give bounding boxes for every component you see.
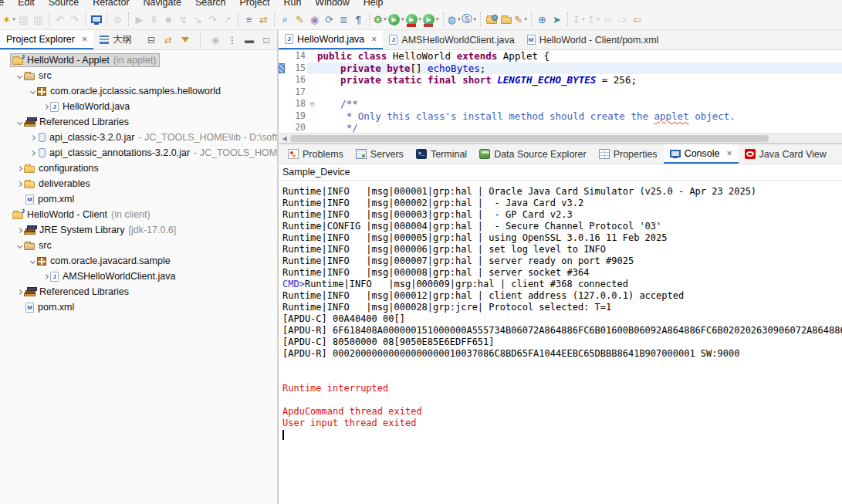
dropdown-arrow-icon[interactable]: ▾: [384, 16, 387, 22]
web-browser-icon[interactable]: ⊕: [536, 11, 549, 28]
scroll-thumb[interactable]: [290, 135, 769, 142]
editor-tab-helloworld-client-pom-xml[interactable]: MHelloWorld - Client/pom.xml: [521, 30, 665, 49]
console-tab-console[interactable]: Console×: [664, 144, 739, 164]
tab-outline[interactable]: 大纲: [93, 30, 138, 49]
tree-item-api-classic-annotations-3-2-0-jar[interactable]: api_classic_annotations-3.2.0.jar - JC_T…: [0, 145, 277, 161]
dropdown-arrow-icon[interactable]: ▾: [12, 16, 15, 22]
format-brush-icon[interactable]: ✎: [293, 11, 306, 28]
show-whitespace-icon[interactable]: ¶: [352, 11, 365, 28]
console-tab-java-card-view[interactable]: Java Card View: [739, 144, 833, 164]
annotation-ruler[interactable]: [279, 122, 287, 133]
console-output[interactable]: Runtime|INFO |msg|000001|grp:hal | Oracl…: [279, 181, 842, 504]
search-icon[interactable]: ⌕: [279, 11, 292, 28]
tree-item-com-oracle-jcclassic-samples-helloworld[interactable]: com.oracle.jcclassic.samples.helloworld: [0, 83, 277, 99]
dropdown-arrow-icon[interactable]: ▾: [474, 16, 477, 22]
close-icon[interactable]: ×: [82, 34, 87, 45]
dropdown-arrow-icon[interactable]: ▾: [582, 16, 585, 22]
tab-project-explorer[interactable]: Project Explorer ×: [0, 30, 93, 49]
editor-tab-amshelloworldclient-java[interactable]: JAMSHelloWorldClient.java: [383, 30, 520, 49]
view-menu-icon[interactable]: ⋮: [227, 35, 238, 46]
annotation-ruler[interactable]: [279, 50, 287, 63]
tree-item-com-oracle-javacard-sample[interactable]: com.oracle.javacard.sample: [0, 253, 277, 269]
dropdown-arrow-icon[interactable]: ▾: [436, 16, 439, 22]
coverage-icon[interactable]: ▶▾: [406, 11, 422, 28]
dropdown-arrow-icon[interactable]: ▾: [458, 16, 461, 22]
dropdown-arrow-icon[interactable]: ▾: [524, 16, 527, 22]
web-service-icon[interactable]: Ⓢ▾: [462, 11, 477, 28]
disconnect-icon[interactable]: ↯: [177, 11, 190, 28]
last-edit-location-icon[interactable]: ⇦: [631, 11, 644, 28]
suspend-icon[interactable]: Ⅱ: [147, 11, 161, 28]
tree-item-helloworld-java[interactable]: JHelloWorld.java: [0, 99, 277, 114]
step-into-icon[interactable]: ↘: [191, 11, 205, 28]
new-wizard-icon[interactable]: ✶▾: [2, 11, 15, 28]
debug-icon[interactable]: ❂▾: [374, 11, 387, 28]
terminate-icon[interactable]: ■: [162, 11, 175, 28]
tree-item-referenced-libraries[interactable]: Referenced Libraries: [0, 284, 277, 299]
pen-icon[interactable]: ✎▾: [514, 11, 527, 28]
profile-icon[interactable]: ▶▾: [423, 11, 439, 28]
tree-item-configurations[interactable]: configurations: [0, 161, 277, 176]
focus-icon[interactable]: ◉: [210, 35, 221, 46]
mark-occurrences-icon[interactable]: ≡: [242, 11, 255, 28]
doc-list-icon[interactable]: ≣: [337, 11, 350, 28]
next-annotation-icon[interactable]: ↧▾: [572, 11, 585, 28]
previous-annotation-icon[interactable]: ↥▾: [587, 11, 600, 28]
tree-item-src[interactable]: src: [0, 68, 277, 83]
annotation-ruler[interactable]: [279, 74, 287, 86]
menu-file[interactable]: File: [0, 0, 11, 9]
open-folder-icon[interactable]: [499, 11, 512, 28]
annotation-ruler[interactable]: [279, 86, 287, 99]
dropdown-arrow-icon[interactable]: ▾: [401, 16, 404, 22]
console-tab-data-source-explorer[interactable]: Data Source Explorer: [473, 144, 593, 164]
step-over-icon[interactable]: ↷: [206, 11, 219, 28]
dropdown-arrow-icon[interactable]: ▾: [419, 16, 422, 22]
console-tab-servers[interactable]: Servers: [350, 144, 410, 164]
fold-collapse-icon[interactable]: ⊖: [307, 98, 317, 110]
back-icon[interactable]: ⇦: [601, 11, 614, 28]
skip-all-breakpoints-icon[interactable]: ⊘: [111, 11, 124, 28]
filter-icon[interactable]: [180, 37, 191, 42]
code-editor[interactable]: 14public class HelloWorld extends Applet…: [279, 50, 842, 133]
tree-item-helloworld-applet[interactable]: HelloWorld - Applet (in applet): [0, 52, 277, 68]
run-icon[interactable]: ▶▾: [388, 11, 404, 28]
link-with-editor-icon[interactable]: ⇄: [163, 35, 174, 46]
menu-window[interactable]: Window: [308, 0, 356, 9]
minimize-icon[interactable]: ▬: [244, 35, 255, 46]
tree-item-deliverables[interactable]: deliverables: [0, 176, 277, 191]
annotation-ruler[interactable]: [279, 110, 287, 123]
resume-icon[interactable]: ▶: [133, 11, 146, 28]
run-on-server-icon[interactable]: ➤: [550, 11, 563, 28]
sync-views-icon[interactable]: ⇄: [257, 11, 270, 28]
tree-item-pom-xml[interactable]: Mpom.xml: [0, 299, 277, 315]
new-web-service-icon[interactable]: ◍▾: [448, 11, 461, 28]
console-tab-problems[interactable]: Problems: [282, 144, 350, 164]
tree-item-amshelloworldclient-java[interactable]: JAMSHelloWorldClient.java: [0, 269, 277, 284]
menu-help[interactable]: Help: [357, 0, 391, 9]
spheres-icon[interactable]: ◉: [308, 11, 321, 28]
menu-run[interactable]: Run: [276, 0, 308, 9]
tree-item-jre-system-library[interactable]: JRE System Library [jdk-17.0.6]: [0, 222, 277, 238]
collapse-all-icon[interactable]: ⊟: [146, 35, 157, 46]
console-tab-properties[interactable]: Properties: [593, 144, 664, 164]
close-icon[interactable]: ×: [371, 34, 377, 45]
redo-icon[interactable]: ↷: [68, 11, 81, 28]
import-resource-folder-icon[interactable]: [485, 11, 498, 28]
tree-item-api-classic-3-2-0-jar[interactable]: api_classic-3.2.0.jar - JC_TOOLS_HOME\li…: [0, 130, 277, 145]
menu-search[interactable]: Search: [188, 0, 233, 9]
close-icon[interactable]: ×: [727, 148, 732, 159]
undo-icon[interactable]: ↶: [53, 11, 66, 28]
menu-source[interactable]: Source: [42, 0, 86, 9]
editor-hscrollbar[interactable]: ◀: [279, 133, 842, 143]
doc-refresh-icon[interactable]: ⟳: [323, 11, 336, 28]
save-all-icon[interactable]: ▥: [32, 11, 45, 28]
tree-item-helloworld-client[interactable]: HelloWorld - Client (in client): [0, 207, 277, 222]
menu-project[interactable]: Project: [233, 0, 277, 9]
open-console-icon[interactable]: [90, 11, 103, 28]
editor-tab-helloworld-java[interactable]: JHelloWorld.java×: [279, 30, 383, 49]
menu-navigate[interactable]: Navigate: [137, 0, 188, 9]
step-return-icon[interactable]: ↗: [221, 11, 234, 28]
menu-edit[interactable]: Edit: [11, 0, 42, 9]
tree-item-pom-xml[interactable]: Mpom.xml: [0, 191, 277, 207]
menu-refactor[interactable]: Refactor: [86, 0, 136, 9]
